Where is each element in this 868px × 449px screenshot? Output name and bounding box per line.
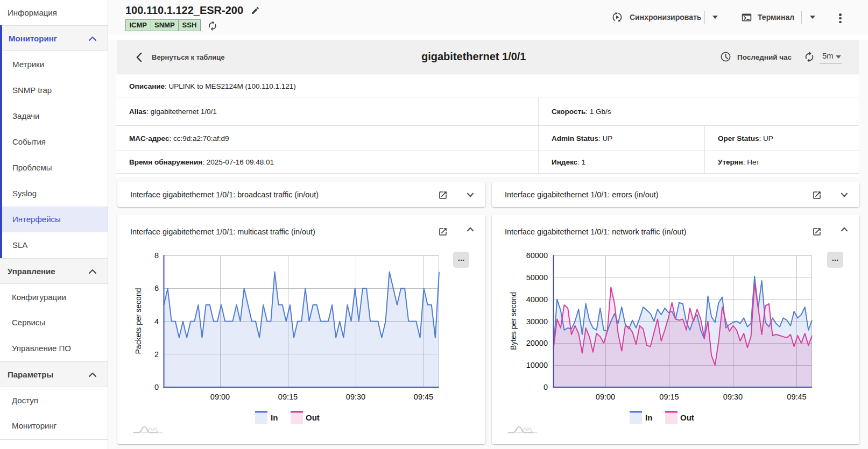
svg-text:09:45: 09:45 [414,393,433,401]
svg-text:6: 6 [154,284,159,293]
svg-text:2: 2 [154,350,159,359]
svg-text:In: In [645,413,652,422]
svg-text:Packets per second: Packets per second [134,288,143,354]
svg-text:20000: 20000 [526,339,548,347]
svg-text:0: 0 [544,383,548,391]
svg-text:Out: Out [680,413,694,422]
svg-text:09:15: 09:15 [278,393,298,401]
svg-text:0: 0 [154,383,159,391]
svg-text:50000: 50000 [526,273,548,282]
svg-text:09:15: 09:15 [659,393,679,401]
svg-text:30000: 30000 [526,317,548,326]
svg-text:60000: 60000 [526,251,548,260]
svg-text:Bytes per second: Bytes per second [509,292,518,350]
svg-text:10000: 10000 [526,361,548,369]
svg-text:Out: Out [306,413,320,422]
svg-text:09:45: 09:45 [787,393,806,401]
svg-text:09:30: 09:30 [723,393,743,401]
svg-text:09:00: 09:00 [596,393,615,401]
svg-text:09:30: 09:30 [346,393,365,401]
svg-text:In: In [271,413,278,422]
svg-text:4: 4 [154,317,159,326]
svg-text:09:00: 09:00 [210,393,230,401]
svg-text:40000: 40000 [526,295,548,304]
svg-text:8: 8 [154,251,159,260]
